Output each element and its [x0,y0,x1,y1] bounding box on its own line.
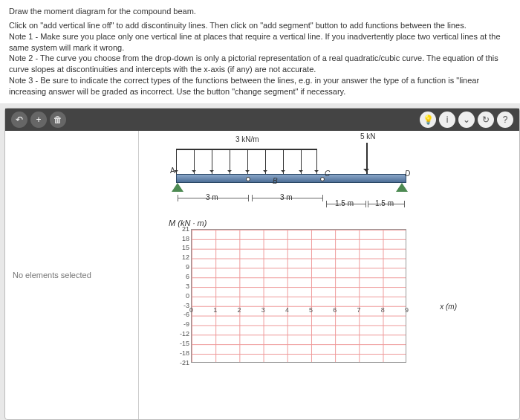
point-c-label: C [325,169,330,178]
x-tick: 7 [357,306,361,314]
selection-message: No elements selected [13,271,91,280]
hinge-b [246,177,250,181]
y-tick: -18 [169,349,189,357]
support-d [396,183,408,192]
y-tick: 6 [169,273,189,280]
y-tick: -6 [169,311,189,318]
note-3: Note 3 - Be sure to indicate the correct… [9,75,511,97]
y-tick: -9 [169,320,189,328]
instructions-block: Draw the moment diagram for the compound… [0,0,520,103]
point-d-label: D [405,169,410,178]
dim-4-label: 1.5 m [375,199,394,207]
beam-diagram: 3 kN/m 5 kN A B C D [169,137,429,211]
x-tick: 8 [381,306,385,314]
delete-button[interactable]: 🗑 [50,112,66,128]
y-tick: 21 [169,225,189,233]
x-tick: 2 [237,306,241,314]
y-tick: 15 [169,244,189,251]
reset-button[interactable]: ↻ [478,112,494,128]
y-tick: 9 [169,263,189,271]
hint-button[interactable]: 💡 [420,112,436,128]
y-tick: -21 [169,359,189,366]
note-1: Note 1 - Make sure you place only one ve… [9,31,511,54]
dim-1-label: 3 m [206,193,218,201]
undo-button[interactable]: ↶ [11,112,27,128]
distributed-load [176,149,317,174]
x-tick: 5 [309,306,313,314]
y-tick: -15 [169,340,189,347]
y-tick: 18 [169,235,189,242]
point-b-label: B [273,177,278,185]
instruction-line: Click on "add vertical line off" to add … [9,20,511,31]
y-tick: 12 [169,253,189,261]
toolbar: ↶ + 🗑 💡 i ⌄ ↻ ? [5,109,519,131]
info-button[interactable]: i [439,112,455,128]
chart-y-title: M (kN · m) [169,219,429,227]
x-tick: 1 [213,306,217,314]
x-tick: 9 [405,306,409,314]
selection-sidebar: No elements selected [5,131,139,419]
drawing-app: ↶ + 🗑 💡 i ⌄ ↻ ? No elements selected 3 k… [4,108,520,420]
point-load-label: 5 kN [360,132,376,140]
add-button[interactable]: + [30,112,47,128]
y-tick: 3 [169,282,189,290]
x-tick: 4 [285,306,289,314]
dropdown-button[interactable]: ⌄ [458,112,475,128]
point-a-label: A [170,167,175,175]
chart-grid[interactable] [191,229,406,363]
beam-body [176,174,406,183]
canvas-area[interactable]: 3 kN/m 5 kN A B C D [139,131,519,419]
y-tick: 0 [169,292,189,300]
y-tick: -12 [169,330,189,337]
problem-title: Draw the moment diagram for the compound… [9,6,511,17]
note-2: Note 2 - The curve you choose from the d… [9,53,511,75]
dim-3-label: 1.5 m [335,199,354,207]
y-tick: -3 [169,302,189,309]
x-tick: 6 [333,306,337,314]
x-tick: 3 [261,306,265,314]
x-tick: 0 [189,306,193,314]
point-load-arrow [366,143,368,174]
dim-2-label: 3 m [280,193,293,201]
support-a [172,183,183,192]
distributed-load-label: 3 kN/m [235,135,259,143]
moment-chart[interactable]: M (kN · m) x (m) 211815129630-3-6-9-12-1… [169,219,429,375]
chart-x-title: x (m) [440,303,457,311]
help-button[interactable]: ? [497,112,513,128]
